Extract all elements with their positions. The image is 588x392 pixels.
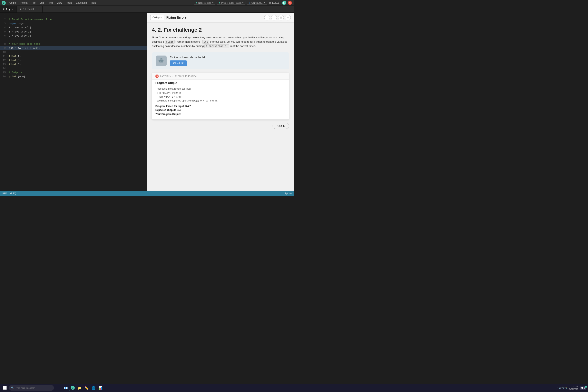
svg-rect-6 bbox=[158, 60, 159, 62]
svg-rect-5 bbox=[161, 58, 162, 58]
project-index-selector[interactable]: ▶ Project index (static) ▾ bbox=[217, 1, 246, 5]
your-output-line: Your Program Output: bbox=[155, 112, 286, 116]
nav-prev-button[interactable]: ‹ bbox=[264, 15, 270, 20]
collapse-button[interactable]: Collapse bbox=[150, 15, 164, 20]
code-line-3: 3 import sys bbox=[0, 22, 146, 26]
file-line: File "fix2.py", line 9, in bbox=[155, 91, 286, 95]
app-logo: C bbox=[2, 1, 6, 5]
cursor-position: (9:21) bbox=[10, 192, 16, 194]
menu-find[interactable]: Find bbox=[46, 1, 54, 5]
code-line-11: 11 float(A) bbox=[0, 54, 146, 58]
code-line-13: 13 float(C) bbox=[0, 62, 146, 66]
user-info: BFEDELL bbox=[269, 2, 279, 4]
menu-view[interactable]: View bbox=[55, 1, 64, 5]
tab-fix2chall[interactable]: 4. 2. Fix chall... ✕ bbox=[17, 6, 43, 12]
panel-content: 4. 2. Fix challenge 2 Note: Your argumen… bbox=[147, 23, 294, 191]
fix-instruction-text: Fix the broken code on the left. bbox=[170, 56, 206, 59]
code-line-6: 6 C = sys.argv[3] bbox=[0, 34, 146, 38]
error-line: TypeError: unsupported operand type(s) f… bbox=[155, 99, 286, 103]
last-run-info: LAST RUN on 8/27/2020, 10:45:03 PM bbox=[160, 75, 196, 78]
node-version-selector[interactable]: ▶ Node version ▾ bbox=[194, 1, 216, 5]
menu-bar: C Codio Project File Edit Find View Tool… bbox=[0, 0, 294, 6]
output-panel: ✕ LAST RUN on 8/27/2020, 10:45:03 PM Pro… bbox=[152, 73, 289, 120]
inline-code-floatvar: float(variable) bbox=[204, 44, 229, 48]
program-failed-line: Program Failed for Input: 3 4 7 bbox=[155, 104, 286, 108]
next-button[interactable]: Next ▶ bbox=[272, 123, 289, 129]
code-editor[interactable]: 1 2 # Input from the command line 3 impo… bbox=[0, 13, 146, 191]
check-it-button[interactable]: Check It! bbox=[170, 60, 187, 66]
tab-close-fix2chall[interactable]: ✕ bbox=[38, 8, 39, 10]
output-header: ✕ LAST RUN on 8/27/2020, 10:45:03 PM bbox=[152, 73, 289, 80]
code-line-15: 15 # Outputs bbox=[0, 71, 146, 75]
code-line-8: 8 # Your code goes here bbox=[0, 42, 146, 46]
description: Note: Your arguments are strings unless … bbox=[152, 36, 289, 48]
settings-icon[interactable]: ⚙ bbox=[278, 15, 284, 20]
language-indicator: Python bbox=[284, 192, 292, 194]
code-line-10: 10 bbox=[0, 50, 146, 54]
tab-fix2py[interactable]: fix2.py ✕ bbox=[0, 6, 17, 12]
output-title: Program Output bbox=[152, 80, 289, 85]
svg-rect-1 bbox=[160, 58, 162, 60]
menu-education[interactable]: Education bbox=[74, 1, 88, 5]
code-line-16: 16 print (num) bbox=[0, 75, 146, 79]
configure-selector[interactable]: ◇ Configure... ▾ bbox=[247, 1, 267, 5]
power-icon[interactable]: ⏻ bbox=[282, 1, 286, 5]
svg-point-3 bbox=[162, 61, 162, 62]
menu-project[interactable]: Project bbox=[18, 1, 29, 5]
main-layout: 1 2 # Input from the command line 3 impo… bbox=[0, 13, 294, 191]
status-bar: 54% (9:21) Python bbox=[0, 191, 294, 196]
expected-output-line: Expected Output: 19.0 bbox=[155, 108, 286, 112]
output-code-line: num = (A * (B + C/3)) bbox=[155, 95, 286, 99]
tab-close-fix2py[interactable]: ✕ bbox=[12, 8, 13, 10]
inline-code-float: float bbox=[165, 40, 174, 44]
code-line-9: 9 num = (A * (B + C/3)) bbox=[0, 46, 146, 50]
code-line-7: 7 bbox=[0, 38, 146, 42]
list-icon[interactable]: ≡ bbox=[285, 15, 291, 20]
code-line-5: 5 B = sys.argv[2] bbox=[0, 30, 146, 34]
panel-nav: ‹ › ⚙ ≡ bbox=[264, 15, 291, 20]
zoom-level: 54% bbox=[2, 192, 7, 194]
menu-codio[interactable]: Codio bbox=[8, 1, 17, 5]
challenge-title: 4. 2. Fix challenge 2 bbox=[152, 27, 289, 33]
code-line-2: 2 # Input from the command line bbox=[0, 18, 146, 22]
fix-box: Fix the broken code on the left. Check I… bbox=[152, 52, 289, 70]
code-line-1: 1 bbox=[0, 14, 146, 18]
menu-tools[interactable]: Tools bbox=[64, 1, 74, 5]
editor-pane: 1 2 # Input from the command line 3 impo… bbox=[0, 13, 147, 191]
error-icon: ✕ bbox=[155, 74, 159, 78]
robot-icon bbox=[156, 56, 166, 66]
nav-next-button[interactable]: › bbox=[271, 15, 277, 20]
menu-edit[interactable]: Edit bbox=[38, 1, 46, 5]
code-line-14: 14 bbox=[0, 66, 146, 71]
code-line-4: 4 A = sys.argv[1] bbox=[0, 26, 146, 30]
panel-title: Fixing Errors bbox=[166, 16, 187, 20]
panel-header: Collapse Fixing Errors ‹ › ⚙ ≡ bbox=[147, 13, 294, 23]
close-icon[interactable]: ✕ bbox=[288, 1, 292, 5]
svg-rect-4 bbox=[161, 62, 162, 62]
menu-file[interactable]: File bbox=[30, 1, 37, 5]
traceback-line: Traceback (most recent call last): bbox=[155, 87, 286, 91]
menu-help[interactable]: Help bbox=[89, 1, 98, 5]
inline-code-int: int bbox=[202, 40, 209, 44]
next-icon: ▶ bbox=[283, 124, 285, 128]
svg-rect-7 bbox=[163, 60, 164, 62]
tab-bar: fix2.py ✕ 4. 2. Fix chall... ✕ bbox=[0, 6, 294, 13]
fix-instruction-group: Fix the broken code on the left. Check I… bbox=[170, 56, 206, 66]
svg-point-2 bbox=[160, 61, 161, 62]
output-body[interactable]: Traceback (most recent call last): File … bbox=[152, 85, 289, 119]
right-panel: Collapse Fixing Errors ‹ › ⚙ ≡ 4. 2. Fix… bbox=[147, 13, 294, 191]
next-btn-container: Next ▶ bbox=[152, 120, 289, 130]
code-line-12: 12 float(B) bbox=[0, 58, 146, 62]
